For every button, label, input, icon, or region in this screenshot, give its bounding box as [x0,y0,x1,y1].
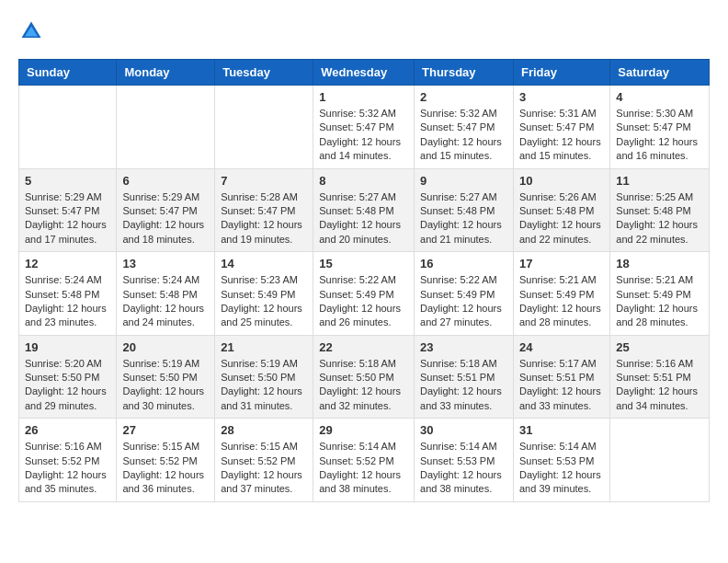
calendar-cell: 2Sunrise: 5:32 AMSunset: 5:47 PMDaylight… [415,86,514,169]
day-number: 13 [122,257,209,270]
day-number: 17 [519,257,604,270]
day-number: 4 [616,90,703,104]
day-info: Sunrise: 5:22 AMSunset: 5:49 PMDaylight:… [319,273,408,330]
calendar-header-row: SundayMondayTuesdayWednesdayThursdayFrid… [19,60,710,86]
calendar-cell: 14Sunrise: 5:23 AMSunset: 5:49 PMDayligh… [215,252,313,336]
calendar-cell [610,419,710,502]
calendar-cell: 4Sunrise: 5:30 AMSunset: 5:47 PMDaylight… [610,86,710,169]
calendar-cell: 17Sunrise: 5:21 AMSunset: 5:49 PMDayligh… [513,252,609,336]
calendar-cell [117,86,215,169]
calendar-header-sunday: Sunday [19,60,117,86]
day-number: 8 [319,174,408,188]
day-info: Sunrise: 5:16 AMSunset: 5:51 PMDaylight:… [616,357,703,414]
day-number: 18 [616,257,703,270]
day-info: Sunrise: 5:27 AMSunset: 5:48 PMDaylight:… [319,190,408,247]
calendar-body: 1Sunrise: 5:32 AMSunset: 5:47 PMDaylight… [19,86,710,502]
day-number: 3 [519,90,604,104]
calendar-cell: 16Sunrise: 5:22 AMSunset: 5:49 PMDayligh… [415,252,514,336]
calendar-cell: 30Sunrise: 5:14 AMSunset: 5:53 PMDayligh… [415,419,514,502]
calendar-cell: 28Sunrise: 5:15 AMSunset: 5:52 PMDayligh… [215,419,313,502]
day-info: Sunrise: 5:32 AMSunset: 5:47 PMDaylight:… [319,107,408,164]
calendar-cell: 22Sunrise: 5:18 AMSunset: 5:50 PMDayligh… [313,335,415,419]
calendar-cell: 26Sunrise: 5:16 AMSunset: 5:52 PMDayligh… [19,419,117,502]
day-number: 14 [221,257,307,270]
day-info: Sunrise: 5:28 AMSunset: 5:47 PMDaylight:… [221,190,307,247]
calendar-cell: 12Sunrise: 5:24 AMSunset: 5:48 PMDayligh… [19,252,117,336]
day-info: Sunrise: 5:19 AMSunset: 5:50 PMDaylight:… [221,357,307,414]
day-number: 12 [25,257,110,270]
calendar-header-thursday: Thursday [415,60,514,86]
day-number: 26 [25,423,110,437]
day-info: Sunrise: 5:25 AMSunset: 5:48 PMDaylight:… [616,190,703,247]
day-info: Sunrise: 5:24 AMSunset: 5:48 PMDaylight:… [25,273,110,330]
day-info: Sunrise: 5:15 AMSunset: 5:52 PMDaylight:… [221,440,307,497]
calendar-cell: 13Sunrise: 5:24 AMSunset: 5:48 PMDayligh… [117,252,215,336]
day-number: 2 [420,90,507,104]
calendar-cell: 11Sunrise: 5:25 AMSunset: 5:48 PMDayligh… [610,168,710,252]
day-number: 5 [25,174,110,188]
calendar-table: SundayMondayTuesdayWednesdayThursdayFrid… [18,59,710,502]
day-number: 20 [122,340,209,354]
day-info: Sunrise: 5:19 AMSunset: 5:50 PMDaylight:… [122,357,209,414]
day-info: Sunrise: 5:27 AMSunset: 5:48 PMDaylight:… [420,190,507,247]
calendar-week-1: 1Sunrise: 5:32 AMSunset: 5:47 PMDaylight… [19,86,710,169]
day-number: 19 [25,340,110,354]
calendar-cell: 8Sunrise: 5:27 AMSunset: 5:48 PMDaylight… [313,168,415,252]
day-info: Sunrise: 5:29 AMSunset: 5:47 PMDaylight:… [25,190,110,247]
day-info: Sunrise: 5:20 AMSunset: 5:50 PMDaylight:… [25,357,110,414]
day-number: 27 [122,423,209,437]
day-number: 22 [319,340,408,354]
day-info: Sunrise: 5:18 AMSunset: 5:51 PMDaylight:… [420,357,507,414]
day-info: Sunrise: 5:14 AMSunset: 5:53 PMDaylight:… [519,440,604,497]
day-number: 7 [221,174,307,188]
calendar-cell: 18Sunrise: 5:21 AMSunset: 5:49 PMDayligh… [610,252,710,336]
day-number: 24 [519,340,604,354]
day-number: 10 [519,174,604,188]
day-info: Sunrise: 5:30 AMSunset: 5:47 PMDaylight:… [616,107,703,164]
calendar-cell: 20Sunrise: 5:19 AMSunset: 5:50 PMDayligh… [117,335,215,419]
calendar-cell [215,86,313,169]
day-info: Sunrise: 5:32 AMSunset: 5:47 PMDaylight:… [420,107,507,164]
day-number: 16 [420,257,507,270]
day-info: Sunrise: 5:21 AMSunset: 5:49 PMDaylight:… [616,273,703,330]
day-number: 15 [319,257,408,270]
day-info: Sunrise: 5:18 AMSunset: 5:50 PMDaylight:… [319,357,408,414]
calendar-cell: 5Sunrise: 5:29 AMSunset: 5:47 PMDaylight… [19,168,117,252]
day-number: 25 [616,340,703,354]
logo [18,18,48,44]
page-header [18,18,710,44]
calendar-header-wednesday: Wednesday [313,60,415,86]
calendar-week-5: 26Sunrise: 5:16 AMSunset: 5:52 PMDayligh… [19,419,710,502]
calendar-week-2: 5Sunrise: 5:29 AMSunset: 5:47 PMDaylight… [19,168,710,252]
calendar-cell: 1Sunrise: 5:32 AMSunset: 5:47 PMDaylight… [313,86,415,169]
day-info: Sunrise: 5:22 AMSunset: 5:49 PMDaylight:… [420,273,507,330]
calendar-header-tuesday: Tuesday [215,60,313,86]
day-number: 9 [420,174,507,188]
calendar-week-3: 12Sunrise: 5:24 AMSunset: 5:48 PMDayligh… [19,252,710,336]
calendar-cell: 15Sunrise: 5:22 AMSunset: 5:49 PMDayligh… [313,252,415,336]
calendar-cell: 19Sunrise: 5:20 AMSunset: 5:50 PMDayligh… [19,335,117,419]
day-number: 30 [420,423,507,437]
calendar-cell: 10Sunrise: 5:26 AMSunset: 5:48 PMDayligh… [513,168,609,252]
day-info: Sunrise: 5:31 AMSunset: 5:47 PMDaylight:… [519,107,604,164]
calendar-cell: 3Sunrise: 5:31 AMSunset: 5:47 PMDaylight… [513,86,609,169]
day-info: Sunrise: 5:14 AMSunset: 5:52 PMDaylight:… [319,440,408,497]
day-info: Sunrise: 5:16 AMSunset: 5:52 PMDaylight:… [25,440,110,497]
calendar-header-friday: Friday [513,60,609,86]
calendar-header-saturday: Saturday [610,60,710,86]
day-info: Sunrise: 5:14 AMSunset: 5:53 PMDaylight:… [420,440,507,497]
day-number: 21 [221,340,307,354]
day-info: Sunrise: 5:26 AMSunset: 5:48 PMDaylight:… [519,190,604,247]
day-info: Sunrise: 5:24 AMSunset: 5:48 PMDaylight:… [122,273,209,330]
day-number: 31 [519,423,604,437]
day-info: Sunrise: 5:29 AMSunset: 5:47 PMDaylight:… [122,190,209,247]
day-info: Sunrise: 5:21 AMSunset: 5:49 PMDaylight:… [519,273,604,330]
calendar-cell: 24Sunrise: 5:17 AMSunset: 5:51 PMDayligh… [513,335,609,419]
day-number: 11 [616,174,703,188]
calendar-cell: 6Sunrise: 5:29 AMSunset: 5:47 PMDaylight… [117,168,215,252]
day-info: Sunrise: 5:17 AMSunset: 5:51 PMDaylight:… [519,357,604,414]
calendar-cell: 29Sunrise: 5:14 AMSunset: 5:52 PMDayligh… [313,419,415,502]
day-number: 28 [221,423,307,437]
calendar-cell: 9Sunrise: 5:27 AMSunset: 5:48 PMDaylight… [415,168,514,252]
day-info: Sunrise: 5:23 AMSunset: 5:49 PMDaylight:… [221,273,307,330]
